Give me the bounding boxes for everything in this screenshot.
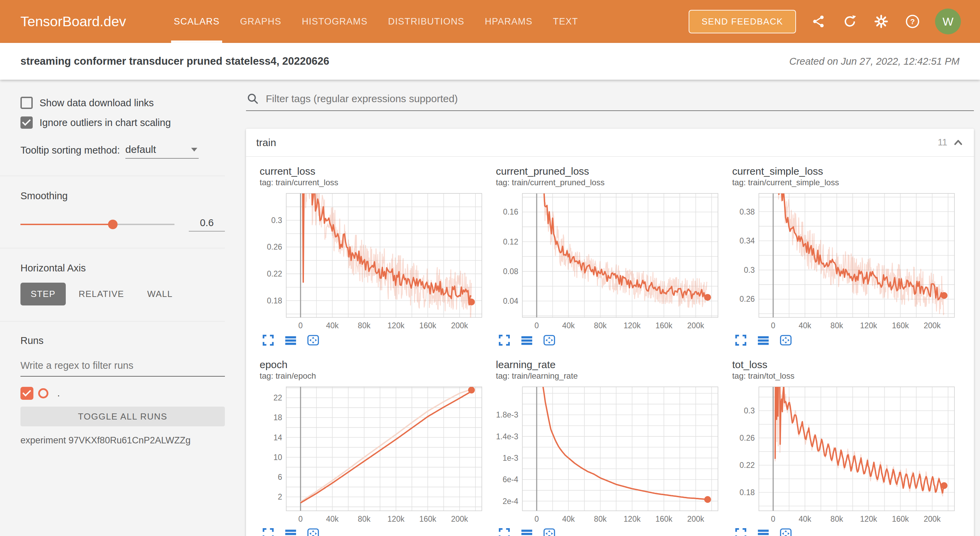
line-chart[interactable]: 0.180.220.260.3040k80k120k160k200k bbox=[732, 384, 957, 525]
sidebar-divider bbox=[0, 321, 225, 322]
tab-text[interactable]: TEXT bbox=[543, 0, 589, 43]
axis-option-wall[interactable]: WALL bbox=[137, 283, 183, 306]
svg-text:1.4e-3: 1.4e-3 bbox=[496, 432, 518, 441]
tab-scalars[interactable]: SCALARS bbox=[164, 0, 230, 43]
svg-text:2: 2 bbox=[278, 492, 282, 501]
axis-option-step[interactable]: STEP bbox=[21, 283, 66, 306]
tag-filter-input[interactable] bbox=[265, 93, 974, 105]
line-chart[interactable]: 0.180.220.260.3040k80k120k160k200k bbox=[260, 191, 485, 332]
scalar-chart-block: tot_loss tag: train/tot_loss 0.180.220.2… bbox=[732, 359, 960, 536]
expand-fullscreen-icon[interactable] bbox=[262, 527, 275, 536]
svg-text:0.16: 0.16 bbox=[503, 208, 519, 216]
svg-text:0: 0 bbox=[299, 515, 303, 523]
chevron-up-icon bbox=[953, 137, 964, 148]
fit-domain-icon[interactable] bbox=[779, 527, 792, 536]
tooltip-sorting-value: default bbox=[126, 144, 156, 155]
section-collapse-control[interactable]: 11 bbox=[938, 137, 964, 148]
settings-gear-icon[interactable] bbox=[872, 13, 890, 30]
smoothing-slider-row: 0.6 bbox=[21, 217, 225, 232]
svg-text:0.26: 0.26 bbox=[740, 295, 755, 303]
svg-text:0.3: 0.3 bbox=[744, 406, 755, 415]
svg-text:120k: 120k bbox=[387, 321, 404, 330]
svg-text:18: 18 bbox=[273, 413, 282, 422]
expand-fullscreen-icon[interactable] bbox=[262, 334, 275, 347]
header-actions: SEND FEEDBACK bbox=[689, 0, 961, 43]
scalar-chart-block: current_pruned_loss tag: train/current_p… bbox=[496, 165, 724, 347]
tooltip-sorting-select[interactable]: default bbox=[126, 144, 199, 159]
log-scale-icon[interactable] bbox=[520, 334, 533, 347]
smoothing-value[interactable]: 0.6 bbox=[189, 217, 225, 232]
chart-toolbar bbox=[260, 527, 488, 536]
svg-text:200k: 200k bbox=[451, 321, 468, 330]
svg-text:0.08: 0.08 bbox=[503, 267, 519, 276]
log-scale-icon[interactable] bbox=[284, 527, 297, 536]
tab-histograms[interactable]: HISTOGRAMS bbox=[292, 0, 378, 43]
line-chart[interactable]: 0.040.080.120.16040k80k120k160k200k bbox=[496, 191, 721, 332]
svg-text:0.3: 0.3 bbox=[271, 216, 282, 225]
share-icon[interactable] bbox=[810, 13, 827, 30]
svg-text:160k: 160k bbox=[655, 321, 673, 330]
line-chart[interactable]: 0.260.30.340.38040k80k120k160k200k bbox=[732, 191, 957, 332]
line-chart[interactable]: 2e-46e-41e-31.4e-31.8e-3040k80k120k160k2… bbox=[496, 384, 721, 525]
svg-text:120k: 120k bbox=[860, 321, 877, 330]
show-download-links-checkbox[interactable] bbox=[21, 97, 33, 109]
run-checkbox[interactable] bbox=[21, 387, 33, 400]
log-scale-icon[interactable] bbox=[757, 527, 770, 536]
toggle-all-runs-button[interactable]: TOGGLE ALL RUNS bbox=[21, 407, 225, 427]
svg-text:80k: 80k bbox=[830, 321, 843, 330]
expand-fullscreen-icon[interactable] bbox=[734, 334, 747, 347]
chart-tag: tag: train/tot_loss bbox=[732, 371, 960, 381]
send-feedback-button[interactable]: SEND FEEDBACK bbox=[689, 10, 796, 33]
chart-toolbar bbox=[496, 334, 724, 347]
refresh-icon[interactable] bbox=[841, 13, 859, 30]
fit-domain-icon[interactable] bbox=[307, 334, 320, 347]
log-scale-icon[interactable] bbox=[284, 334, 297, 347]
sidebar-divider bbox=[0, 248, 225, 248]
tab-hparams[interactable]: HPARAMS bbox=[475, 0, 543, 43]
svg-text:0.26: 0.26 bbox=[267, 243, 282, 251]
svg-text:160k: 160k bbox=[419, 321, 436, 330]
svg-text:80k: 80k bbox=[594, 515, 607, 523]
user-avatar[interactable]: W bbox=[935, 8, 961, 34]
axis-option-relative[interactable]: RELATIVE bbox=[68, 283, 134, 306]
smoothing-slider-thumb[interactable] bbox=[108, 220, 118, 229]
ignore-outliers-checkbox[interactable] bbox=[21, 116, 33, 129]
svg-text:120k: 120k bbox=[624, 321, 641, 330]
svg-text:0.26: 0.26 bbox=[740, 433, 755, 442]
nav-tabs: SCALARSGRAPHSHISTOGRAMSDISTRIBUTIONSHPAR… bbox=[164, 0, 589, 43]
tag-filter-row bbox=[246, 92, 974, 111]
tab-graphs[interactable]: GRAPHS bbox=[230, 0, 291, 43]
experiment-id: experiment 97VKXf80Ru61CnP2ALWZZg bbox=[21, 435, 225, 446]
app-header: TensorBoard.dev SCALARSGRAPHSHISTOGRAMSD… bbox=[0, 0, 980, 43]
tab-distributions[interactable]: DISTRIBUTIONS bbox=[378, 0, 475, 43]
chart-tag: tag: train/learning_rate bbox=[496, 371, 724, 381]
help-icon[interactable]: ? bbox=[904, 13, 921, 30]
svg-text:80k: 80k bbox=[594, 321, 607, 330]
fit-domain-icon[interactable] bbox=[543, 527, 556, 536]
smoothing-slider[interactable] bbox=[21, 224, 175, 225]
fit-domain-icon[interactable] bbox=[307, 527, 320, 536]
runs-filter-input[interactable] bbox=[21, 358, 225, 377]
svg-text:200k: 200k bbox=[923, 321, 940, 330]
sidebar-divider bbox=[0, 176, 225, 176]
tensorboard-app: TensorBoard.dev SCALARSGRAPHSHISTOGRAMSD… bbox=[0, 0, 980, 536]
svg-text:14: 14 bbox=[273, 433, 282, 442]
chevron-down-icon bbox=[191, 148, 197, 152]
fit-domain-icon[interactable] bbox=[779, 334, 792, 347]
expand-fullscreen-icon[interactable] bbox=[498, 334, 511, 347]
horizontal-axis-options: STEPRELATIVEWALL bbox=[21, 283, 225, 306]
expand-fullscreen-icon[interactable] bbox=[734, 527, 747, 536]
log-scale-icon[interactable] bbox=[757, 334, 770, 347]
svg-text:2e-4: 2e-4 bbox=[503, 497, 518, 506]
main-content: train 11 current_loss tag: train/current… bbox=[246, 80, 980, 536]
expand-fullscreen-icon[interactable] bbox=[498, 527, 511, 536]
train-section-header[interactable]: train 11 bbox=[246, 129, 974, 156]
chart-tag: tag: train/epoch bbox=[260, 371, 488, 381]
chart-title: epoch bbox=[260, 359, 488, 371]
svg-text:120k: 120k bbox=[387, 515, 404, 523]
log-scale-icon[interactable] bbox=[520, 527, 533, 536]
svg-text:1.8e-3: 1.8e-3 bbox=[496, 410, 518, 419]
fit-domain-icon[interactable] bbox=[543, 334, 556, 347]
line-chart[interactable]: 2610141822040k80k120k160k200k bbox=[260, 384, 485, 525]
chart-tag: tag: train/current_loss bbox=[260, 178, 488, 187]
